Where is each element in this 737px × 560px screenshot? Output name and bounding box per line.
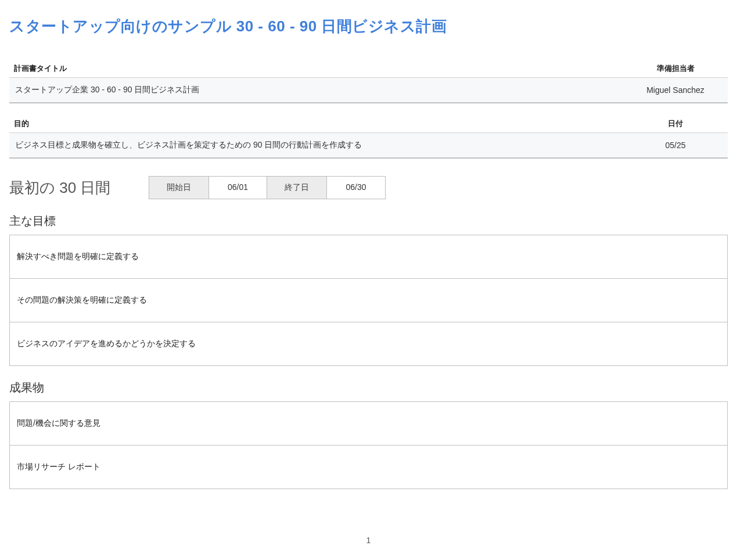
date-value: 05/25 <box>623 133 728 159</box>
goals-heading: 主な目標 <box>9 213 728 229</box>
start-date-value: 06/01 <box>209 177 267 199</box>
list-item: 問題/機会に関する意見 <box>10 402 728 446</box>
prepared-by-label: 準備担当者 <box>623 60 728 78</box>
list-item: ビジネスのアイデアを進めるかどうかを決定する <box>10 322 728 366</box>
objective-table: 目的 日付 ビジネス目標と成果物を確立し、ビジネス計画を策定するための 90 日… <box>9 115 728 159</box>
page-title: スタートアップ向けのサンプル 30 - 60 - 90 日間ビジネス計画 <box>9 16 728 37</box>
plan-title-value: スタートアップ企業 30 - 60 - 90 日間ビジネス計画 <box>9 78 623 103</box>
end-date-label: 終了日 <box>267 177 327 199</box>
period-heading: 最初の 30 日間 <box>9 178 125 198</box>
list-item: その問題の解決策を明確に定義する <box>10 279 728 322</box>
objective-label: 目的 <box>9 115 623 133</box>
prepared-by-value: Miguel Sanchez <box>623 78 728 103</box>
objective-value: ビジネス目標と成果物を確立し、ビジネス計画を策定するための 90 日間の行動計画… <box>9 133 623 159</box>
end-date-value: 06/30 <box>327 177 385 199</box>
period-date-box: 開始日 06/01 終了日 06/30 <box>149 176 386 199</box>
list-item: 市場リサーチ レポート <box>10 446 728 489</box>
start-date-label: 開始日 <box>149 177 209 199</box>
list-item: 解決すべき問題を明確に定義する <box>10 235 728 279</box>
page-number: 1 <box>9 536 728 545</box>
plan-title-label: 計画書タイトル <box>9 60 623 78</box>
goals-list: 解決すべき問題を明確に定義する その問題の解決策を明確に定義する ビジネスのアイ… <box>9 235 728 366</box>
date-label: 日付 <box>623 115 728 133</box>
period-row: 最初の 30 日間 開始日 06/01 終了日 06/30 <box>9 176 728 199</box>
deliverables-heading: 成果物 <box>9 380 728 396</box>
deliverables-list: 問題/機会に関する意見 市場リサーチ レポート <box>9 401 728 489</box>
plan-header-table: 計画書タイトル 準備担当者 スタートアップ企業 30 - 60 - 90 日間ビ… <box>9 60 728 103</box>
